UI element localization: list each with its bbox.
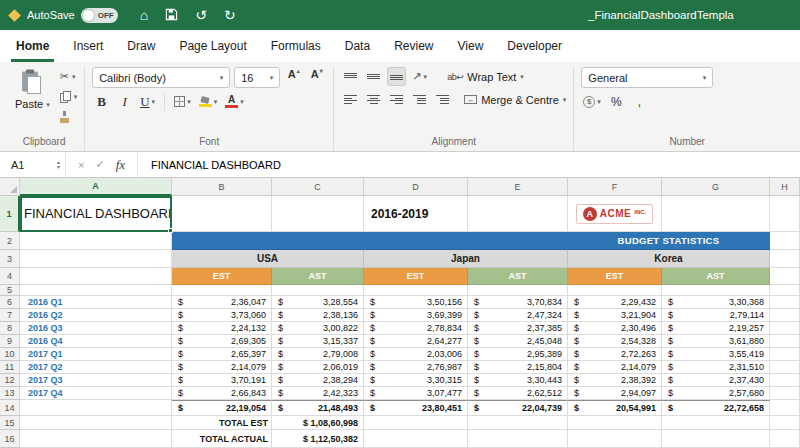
paste-button[interactable]: Paste▾ <box>11 67 54 112</box>
row-header-5[interactable]: 5 <box>0 285 20 296</box>
cell-B14[interactable]: $22,19,054 <box>172 400 272 416</box>
cell-E9[interactable]: $2,45,048 <box>468 335 568 348</box>
cell-F10[interactable]: $2,72,263 <box>568 348 662 361</box>
copy-button[interactable]: ▾ <box>60 89 78 104</box>
tab-formulas[interactable]: Formulas <box>259 32 333 62</box>
row-header-2[interactable]: 2 <box>0 232 20 250</box>
cell-C5[interactable] <box>272 285 364 296</box>
row-header-11[interactable]: 11 <box>0 361 20 374</box>
cell-D14[interactable]: $23,80,451 <box>364 400 468 416</box>
formula-input[interactable]: FINANCIAL DASHBOARD <box>138 152 281 177</box>
select-all-button[interactable] <box>0 178 20 196</box>
cell-G12[interactable]: $2,37,430 <box>662 374 770 387</box>
cell-H5[interactable] <box>770 285 800 296</box>
row-header-12[interactable]: 12 <box>0 374 20 387</box>
cell-D16[interactable] <box>364 430 468 448</box>
cell-A6[interactable]: 2016 Q1 <box>20 296 172 309</box>
cell-C13[interactable]: $2,42,323 <box>272 387 364 400</box>
cell-B11[interactable]: $2,14,079 <box>172 361 272 374</box>
cell-H16[interactable] <box>770 430 800 448</box>
cell-B2[interactable] <box>172 232 272 250</box>
cell-A10[interactable]: 2017 Q1 <box>20 348 172 361</box>
cell-G8[interactable]: $2,19,257 <box>662 322 770 335</box>
column-header-G[interactable]: G <box>662 178 770 196</box>
cell-D6[interactable]: $3,50,156 <box>364 296 468 309</box>
cell-H9[interactable] <box>770 335 800 348</box>
cell-C6[interactable]: $3,28,554 <box>272 296 364 309</box>
cell-G14[interactable]: $22,72,658 <box>662 400 770 416</box>
row-header-7[interactable]: 7 <box>0 309 20 322</box>
row-header-1[interactable]: 1 <box>0 196 20 232</box>
cell-D9[interactable]: $2,64,277 <box>364 335 468 348</box>
cell-G11[interactable]: $2,31,510 <box>662 361 770 374</box>
cell-B9[interactable]: $2,69,305 <box>172 335 272 348</box>
cell-H7[interactable] <box>770 309 800 322</box>
cell-B6[interactable]: $2,36,047 <box>172 296 272 309</box>
undo-icon[interactable]: ↺ <box>195 8 207 22</box>
fill-handle[interactable] <box>168 228 173 233</box>
cell-G7[interactable]: $2,79,114 <box>662 309 770 322</box>
cell-E15[interactable] <box>468 416 568 430</box>
cell-F9[interactable]: $2,54,328 <box>568 335 662 348</box>
cell-G10[interactable]: $3,55,419 <box>662 348 770 361</box>
cell-E16[interactable] <box>468 430 568 448</box>
cell-H11[interactable] <box>770 361 800 374</box>
column-header-C[interactable]: C <box>272 178 364 196</box>
align-top-button[interactable] <box>341 67 360 86</box>
cell-A9[interactable]: 2016 Q4 <box>20 335 172 348</box>
cell-A12[interactable]: 2017 Q3 <box>20 374 172 387</box>
cell-H13[interactable] <box>770 387 800 400</box>
tab-insert[interactable]: Insert <box>61 32 115 62</box>
cell-E10[interactable]: $2,95,389 <box>468 348 568 361</box>
cell-A4[interactable] <box>20 268 172 285</box>
cell-B15[interactable]: TOTAL EST <box>172 416 272 430</box>
tab-home[interactable]: Home <box>4 32 61 62</box>
cell-C16[interactable]: $ 1,12,50,382 <box>272 430 364 448</box>
row-header-3[interactable]: 3 <box>0 250 20 268</box>
cell-G13[interactable]: $2,57,680 <box>662 387 770 400</box>
cell-F11[interactable]: $2,14,079 <box>568 361 662 374</box>
column-header-D[interactable]: D <box>364 178 468 196</box>
cell-E14[interactable]: $22,04,739 <box>468 400 568 416</box>
cell-G6[interactable]: $3,30,368 <box>662 296 770 309</box>
cell-G1[interactable] <box>662 196 770 232</box>
cell-D15[interactable] <box>364 416 468 430</box>
cell-F6[interactable]: $2,29,432 <box>568 296 662 309</box>
cell-F8[interactable]: $2,30,496 <box>568 322 662 335</box>
cell-D12[interactable]: $3,30,315 <box>364 374 468 387</box>
bold-button[interactable]: B <box>92 92 111 111</box>
cell-D1[interactable]: 2016-2019 <box>364 196 468 232</box>
cell-A2[interactable] <box>20 232 172 250</box>
cell-C2[interactable] <box>272 232 364 250</box>
column-header-E[interactable]: E <box>468 178 568 196</box>
align-bottom-button[interactable] <box>387 67 406 86</box>
row-header-8[interactable]: 8 <box>0 322 20 335</box>
cell-H15[interactable] <box>770 416 800 430</box>
cell-G9[interactable]: $3,61,880 <box>662 335 770 348</box>
insert-function-icon[interactable]: fx <box>116 157 125 173</box>
decrease-indent-button[interactable] <box>410 90 429 109</box>
cell-C1[interactable] <box>272 196 364 232</box>
cell-F16[interactable] <box>568 430 662 448</box>
fill-color-button[interactable]: ▾ <box>197 92 220 111</box>
cell-E11[interactable]: $2,15,804 <box>468 361 568 374</box>
cell-D7[interactable]: $3,69,399 <box>364 309 468 322</box>
tab-developer[interactable]: Developer <box>495 32 574 62</box>
cell-C9[interactable]: $3,15,337 <box>272 335 364 348</box>
redo-icon[interactable]: ↻ <box>224 8 236 22</box>
cell-H8[interactable] <box>770 322 800 335</box>
spreadsheet[interactable]: ABCDEFGH12345678910111213141516FINANCIAL… <box>0 178 800 448</box>
cell-A15[interactable] <box>20 416 172 430</box>
cell-F12[interactable]: $2,38,392 <box>568 374 662 387</box>
cell-G5[interactable] <box>662 285 770 296</box>
cell-H1[interactable] <box>770 196 800 232</box>
row-header-14[interactable]: 14 <box>0 400 20 416</box>
cell-B10[interactable]: $2,65,397 <box>172 348 272 361</box>
cell-F1[interactable]: AACMEINC. <box>568 196 662 232</box>
cell-E2[interactable] <box>468 232 568 250</box>
accounting-format-button[interactable]: $▾ <box>581 92 603 111</box>
underline-button[interactable]: U▾ <box>138 92 157 111</box>
cell-H14[interactable] <box>770 400 800 416</box>
cell-B13[interactable]: $2,66,843 <box>172 387 272 400</box>
increase-indent-button[interactable] <box>433 90 452 109</box>
